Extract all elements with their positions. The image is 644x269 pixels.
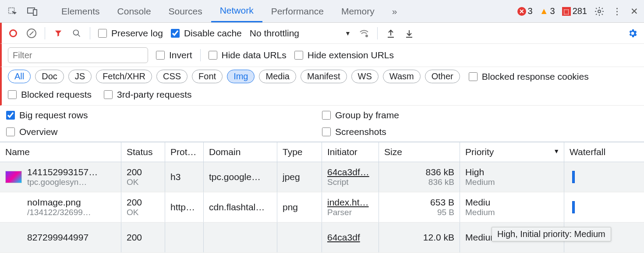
overview-checkbox[interactable]: Overview	[6, 127, 322, 137]
network-settings-gear-icon[interactable]	[627, 28, 638, 39]
settings-gear-icon[interactable]	[594, 6, 605, 17]
network-table-header: Name Status Prot… Domain Type Initiator …	[0, 142, 644, 162]
col-priority[interactable]: Priority	[460, 142, 564, 162]
request-name: 141152993157…	[27, 167, 98, 177]
pill-all[interactable]: All	[8, 70, 31, 83]
kebab-menu-icon[interactable]: ⋮	[612, 6, 622, 17]
blocked-row: Blocked requests 3rd-party requests	[0, 87, 644, 106]
invert-checkbox[interactable]: Invert	[156, 50, 192, 60]
protocol	[165, 223, 204, 252]
type	[277, 223, 322, 252]
pill-doc[interactable]: Doc	[35, 70, 64, 83]
tab-network[interactable]: Network	[211, 0, 262, 22]
disable-cache-checkbox[interactable]: Disable cache	[171, 28, 242, 39]
filter-bar: Invert Hide data URLs Hide extension URL…	[0, 44, 644, 67]
initial-priority: Medium	[465, 177, 559, 187]
request-path: tpc.googlesyn…	[27, 177, 98, 187]
protocol: h3	[165, 162, 204, 192]
resource-size: 836 kB	[428, 177, 454, 187]
big-rows-checkbox[interactable]: Big request rows	[6, 110, 322, 120]
panel-tabs: Elements Console Sources Network Perform…	[53, 0, 406, 22]
initiator-type: Script	[327, 177, 373, 187]
preserve-log-checkbox[interactable]: Preserve log	[98, 28, 163, 39]
col-type[interactable]: Type	[277, 142, 322, 162]
filter-input[interactable]	[8, 47, 148, 63]
pill-ws[interactable]: WS	[351, 70, 379, 83]
pill-media[interactable]: Media	[259, 70, 296, 83]
record-icon[interactable]	[8, 28, 18, 39]
device-toggle-icon[interactable]	[27, 6, 38, 17]
clear-icon[interactable]	[26, 28, 37, 39]
pill-font[interactable]: Font	[192, 70, 223, 83]
resource-size: 95 B	[437, 208, 454, 217]
divider	[90, 27, 90, 39]
initiator-type: Parser	[327, 208, 373, 217]
col-size[interactable]: Size	[379, 142, 460, 162]
waterfall-cell	[564, 162, 644, 192]
svg-rect-2	[33, 10, 37, 15]
devtools-top-bar: Elements Console Sources Network Perform…	[0, 0, 644, 23]
hide-extension-urls-checkbox[interactable]: Hide extension URLs	[294, 50, 394, 60]
initial-priority: Medium	[465, 208, 559, 217]
col-name[interactable]: Name	[0, 142, 121, 162]
request-name: noImage.png	[27, 197, 91, 208]
blocked-cookies-checkbox[interactable]: Blocked response cookies	[469, 71, 589, 82]
network-conditions-icon[interactable]	[359, 28, 369, 39]
transfer-size: 653 B	[430, 197, 454, 208]
col-status[interactable]: Status	[121, 142, 165, 162]
issues-badge[interactable]: ⬚281	[562, 6, 587, 16]
initiator-link[interactable]: 64ca3df…	[327, 167, 369, 177]
table-row[interactable]: noImage.png/134122/32699… 200OK http… cd…	[0, 192, 644, 223]
issues-count: 281	[573, 6, 587, 16]
waterfall-bar	[572, 171, 575, 183]
svg-point-3	[598, 10, 601, 13]
upload-har-icon[interactable]	[386, 28, 396, 39]
pill-fetch-xhr[interactable]: Fetch/XHR	[96, 70, 152, 83]
type-filter-pills: All Doc JS Fetch/XHR CSS Font Img Media …	[0, 67, 644, 87]
initiator-link[interactable]: index.ht…	[327, 197, 369, 207]
download-har-icon[interactable]	[404, 28, 414, 39]
third-party-checkbox[interactable]: 3rd-party requests	[104, 89, 191, 100]
col-initiator[interactable]: Initiator	[322, 142, 379, 162]
warnings-badge[interactable]: ▲3	[540, 6, 555, 16]
waterfall-bar	[572, 201, 575, 213]
col-domain[interactable]: Domain	[204, 142, 277, 162]
hide-data-urls-checkbox[interactable]: Hide data URLs	[209, 50, 287, 60]
throttling-select[interactable]: No throttling ▼	[250, 28, 351, 39]
inspect-element-icon[interactable]	[7, 6, 18, 17]
group-by-frame-checkbox[interactable]: Group by frame	[322, 110, 638, 120]
tab-sources[interactable]: Sources	[160, 0, 211, 22]
pill-js[interactable]: JS	[68, 70, 92, 83]
network-options: Big request rows Overview Group by frame…	[0, 106, 644, 142]
transfer-size: 12.0 kB	[423, 232, 454, 243]
col-protocol[interactable]: Prot…	[165, 142, 204, 162]
filter-funnel-icon[interactable]	[53, 28, 64, 39]
more-tabs-icon[interactable]: »	[383, 0, 406, 22]
top-right-cluster: ✕3 ▲3 ⬚281 ⋮ ✕	[517, 6, 640, 17]
toolbar-right	[627, 28, 638, 39]
pill-wasm[interactable]: Wasm	[383, 70, 421, 83]
search-icon[interactable]	[71, 28, 82, 39]
screenshots-checkbox[interactable]: Screenshots	[322, 127, 638, 137]
errors-count: 3	[528, 6, 533, 16]
table-row[interactable]: 141152993157…tpc.googlesyn… 200OK h3 tpc…	[0, 162, 644, 192]
priority: High	[465, 167, 559, 177]
close-icon[interactable]: ✕	[629, 6, 640, 17]
pill-img[interactable]: Img	[227, 70, 255, 83]
initiator-link[interactable]: 64ca3df	[327, 232, 360, 242]
tab-console[interactable]: Console	[109, 0, 160, 22]
pill-css[interactable]: CSS	[156, 70, 188, 83]
tab-elements[interactable]: Elements	[53, 0, 109, 22]
errors-badge[interactable]: ✕3	[517, 6, 533, 16]
request-path: /134122/32699…	[27, 208, 91, 217]
tab-performance[interactable]: Performance	[262, 0, 333, 22]
pill-manifest[interactable]: Manifest	[301, 70, 347, 83]
pill-other[interactable]: Other	[425, 70, 460, 83]
divider	[45, 27, 45, 39]
status-text: OK	[127, 208, 159, 217]
col-waterfall[interactable]: Waterfall	[564, 142, 644, 162]
top-left-icons	[4, 6, 44, 17]
blocked-requests-checkbox[interactable]: Blocked requests	[8, 89, 92, 100]
status-code: 200	[127, 232, 159, 243]
tab-memory[interactable]: Memory	[333, 0, 383, 22]
